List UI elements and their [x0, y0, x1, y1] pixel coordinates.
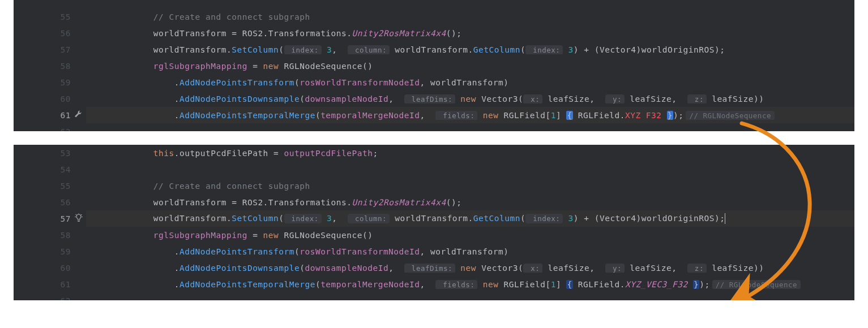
gutter[interactable]: 55 — [14, 178, 86, 194]
token-op: , — [420, 78, 430, 87]
token-num: 3 — [563, 45, 573, 54]
code-content[interactable]: // Create and connect subgraph — [86, 182, 854, 191]
token-keyword: new — [483, 111, 499, 120]
gutter[interactable]: 60 — [14, 90, 86, 107]
token-brace-hl1: } — [667, 111, 673, 120]
code-line[interactable]: 54 — [14, 0, 854, 2]
line-number: 53 — [61, 149, 71, 158]
token-op: ( — [518, 94, 523, 103]
code-content[interactable]: .AddNodePointsTemporalMerge(temporalMerg… — [86, 280, 854, 289]
gutter[interactable]: 58 — [14, 58, 86, 74]
code-line[interactable]: 62 — [14, 292, 854, 300]
token-op: , — [332, 45, 348, 54]
token-op: , — [672, 264, 687, 273]
token-paramhint: index: — [525, 214, 563, 223]
token-op: = — [226, 198, 242, 207]
token-op — [662, 111, 667, 120]
token-keyword: new — [460, 264, 476, 273]
gutter[interactable]: 61 — [14, 276, 86, 292]
gutter[interactable]: 58 — [14, 227, 86, 243]
token-param: outputPcdFilePath — [284, 149, 373, 158]
gutter[interactable]: 54 — [14, 0, 86, 2]
code-content[interactable]: worldTransform.SetColumn( index: 3, colu… — [86, 45, 854, 54]
code-editor-bottom[interactable]: 53 this.outputPcdFilePath = outputPcdFil… — [14, 145, 854, 300]
token-method: AddNodePointsTemporalMerge — [179, 111, 315, 120]
code-line[interactable]: 53 this.outputPcdFilePath = outputPcdFil… — [14, 145, 854, 161]
gutter[interactable]: 57 — [14, 41, 86, 58]
code-line[interactable]: 56 worldTransform = ROS2.Transformations… — [14, 25, 854, 41]
code-line[interactable]: 58 rglSubgraphMapping = new RGLNodeSeque… — [14, 227, 854, 243]
gutter[interactable]: 55 — [14, 8, 86, 25]
gutter[interactable]: 62 — [14, 123, 86, 131]
code-line[interactable]: 60 .AddNodePointsDownsample(downsampleNo… — [14, 260, 854, 276]
token-op: ) — [636, 214, 642, 223]
code-content[interactable]: rglSubgraphMapping = new RGLNodeSequence… — [86, 231, 854, 240]
code-content[interactable]: this.outputPcdFilePath = outputPcdFilePa… — [86, 149, 854, 158]
token-methodp: rglSubgraphMapping — [153, 231, 247, 240]
gutter[interactable]: 56 — [14, 194, 86, 210]
token-keyword: this — [153, 149, 174, 158]
token-paramhint: leafDims: — [404, 264, 455, 273]
token-method: AddNodePointsDownsample — [179, 94, 300, 103]
token-op: , — [672, 94, 687, 103]
code-line[interactable]: 62 — [14, 123, 854, 131]
token-keyword: new — [460, 94, 476, 103]
code-line[interactable]: 57 worldTransform.SetColumn( index: 3, c… — [14, 41, 854, 58]
token-op: ] — [556, 280, 566, 289]
code-content[interactable]: rglSubgraphMapping = new RGLNodeSequence… — [86, 62, 854, 71]
gutter[interactable]: 56 — [14, 25, 86, 41]
code-content[interactable]: // Create and connect subgraph — [86, 12, 854, 21]
code-content[interactable]: worldTransform = ROS2.Transformations.Un… — [86, 198, 854, 207]
gutter[interactable]: 54 — [14, 161, 86, 178]
code-line[interactable]: 57 worldTransform.SetColumn( index: 3, c… — [14, 210, 854, 227]
token-op — [279, 231, 284, 240]
token-paramhint: y: — [605, 94, 625, 103]
token-ident: RGLField — [504, 111, 546, 120]
code-content[interactable]: worldTransform.SetColumn( index: 3, colu… — [86, 213, 854, 225]
code-content[interactable] — [86, 165, 854, 174]
token-num: 1 — [551, 280, 556, 289]
code-content[interactable]: worldTransform = ROS2.Transformations.Un… — [86, 29, 854, 38]
token-op: , — [420, 247, 430, 256]
token-ident: Vector3 — [481, 264, 518, 273]
gutter[interactable]: 59 — [14, 74, 86, 90]
code-line[interactable]: 56 worldTransform = ROS2.Transformations… — [14, 194, 854, 210]
gutter[interactable]: 59 — [14, 243, 86, 260]
token-op — [573, 280, 578, 289]
token-op: . — [263, 29, 268, 38]
code-line[interactable]: 61 .AddNodePointsTemporalMerge(temporalM… — [14, 276, 854, 292]
code-line[interactable]: 61 .AddNodePointsTemporalMerge(temporalM… — [14, 107, 854, 123]
token-static: XYZ_VEC3_F32 — [625, 280, 688, 289]
code-line[interactable]: 54 — [14, 161, 854, 178]
code-line[interactable]: 59 .AddNodePointsTransform(rosWorldTrans… — [14, 243, 854, 260]
token-op: ( — [520, 214, 525, 223]
code-editor-top[interactable]: 54 55 // Create and connect subgraph56 w… — [14, 0, 854, 131]
line-number: 55 — [61, 182, 71, 191]
token-brace-hl2: } — [693, 280, 699, 289]
token-brace-hl1: { — [566, 111, 572, 120]
token-brace-hl2: { — [566, 280, 572, 289]
code-content[interactable]: .AddNodePointsTemporalMerge(temporalMerg… — [86, 111, 854, 120]
gutter[interactable]: 60 — [14, 260, 86, 276]
lightbulb-icon[interactable] — [74, 213, 83, 224]
line-number: 60 — [61, 264, 71, 273]
code-line[interactable]: 55 // Create and connect subgraph — [14, 178, 854, 194]
token-op: , — [388, 94, 404, 103]
token-op: )) — [754, 94, 764, 103]
code-content[interactable]: .AddNodePointsDownsample(downsampleNodeI… — [86, 264, 854, 273]
line-number: 57 — [61, 214, 71, 223]
code-content[interactable]: .AddNodePointsTransform(rosWorldTransfor… — [86, 247, 854, 256]
gutter[interactable]: 57 — [14, 210, 86, 227]
code-line[interactable]: 55 // Create and connect subgraph — [14, 8, 854, 25]
token-op: = — [247, 231, 263, 240]
code-content[interactable]: .AddNodePointsDownsample(downsampleNodeI… — [86, 94, 854, 103]
gutter[interactable]: 53 — [14, 145, 86, 161]
gutter[interactable]: 62 — [14, 292, 86, 300]
code-line[interactable]: 60 .AddNodePointsDownsample(downsampleNo… — [14, 90, 854, 107]
wrench-icon[interactable] — [74, 110, 83, 120]
gutter[interactable]: 61 — [14, 107, 86, 123]
token-ident: RGLField — [578, 280, 620, 289]
code-line[interactable]: 58 rglSubgraphMapping = new RGLNodeSeque… — [14, 58, 854, 74]
code-content[interactable]: .AddNodePointsTransform(rosWorldTransfor… — [86, 78, 854, 87]
code-line[interactable]: 59 .AddNodePointsTransform(rosWorldTrans… — [14, 74, 854, 90]
